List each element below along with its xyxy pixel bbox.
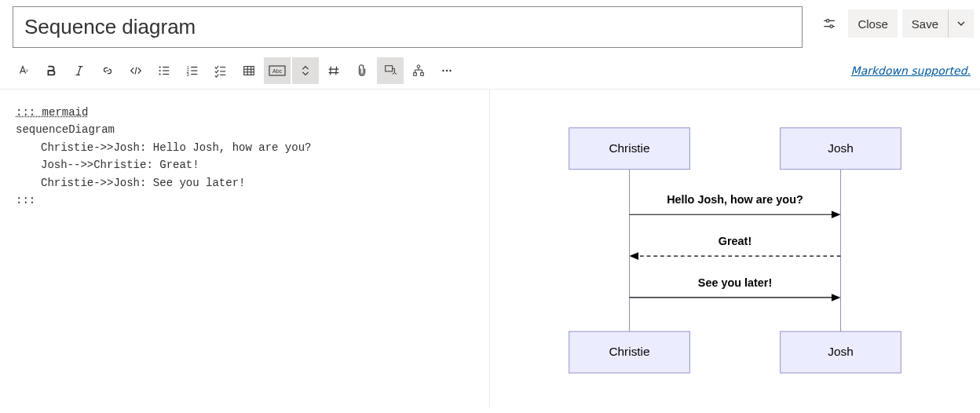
sequence-diagram: Christie Josh Hello Josh, how are you? G…: [506, 105, 964, 392]
table-button[interactable]: [236, 57, 262, 84]
table-icon: [242, 64, 256, 78]
editor-line: sequenceDiagram: [16, 123, 115, 136]
close-button[interactable]: Close: [848, 9, 897, 38]
format-toolbar: 1 2 3 Abc: [9, 57, 460, 84]
bold-icon: [44, 64, 58, 78]
svg-line-6: [78, 67, 81, 75]
hierarchy-button[interactable]: [405, 57, 432, 84]
arrowhead-icon: [832, 294, 841, 302]
bold-button[interactable]: [38, 57, 64, 84]
code-icon: [129, 64, 143, 78]
paperclip-icon: [355, 64, 369, 78]
mermaid-button[interactable]: [377, 57, 404, 84]
svg-point-10: [159, 70, 161, 71]
svg-text:3: 3: [187, 72, 189, 77]
save-dropdown-button[interactable]: [949, 9, 974, 38]
svg-line-7: [135, 68, 137, 75]
tree-icon: [411, 64, 426, 78]
checklist-icon: [214, 64, 228, 78]
font-color-icon: [16, 64, 30, 78]
chevrons-vertical-icon: [298, 64, 313, 78]
code-button[interactable]: [122, 57, 149, 84]
more-icon: [440, 64, 454, 78]
italic-icon: [72, 64, 86, 78]
message-label: Hello Josh, how are you?: [667, 193, 803, 206]
hash-button[interactable]: [320, 57, 347, 84]
svg-point-36: [449, 70, 451, 71]
editor-line: Christie->>Josh: See you later!: [16, 174, 474, 192]
code-fence-close: :::: [16, 194, 35, 206]
markdown-editor[interactable]: ::: mermaid sequenceDiagram Christie->>J…: [0, 90, 490, 408]
svg-point-34: [442, 70, 444, 71]
actor-label: Christie: [609, 141, 649, 155]
collapse-button[interactable]: [292, 57, 319, 84]
link-button[interactable]: [94, 57, 121, 84]
title-input[interactable]: [13, 6, 803, 48]
hash-icon: [327, 64, 341, 78]
svg-point-12: [159, 73, 161, 75]
work-item-settings-button[interactable]: [815, 9, 843, 38]
arrowhead-icon: [630, 252, 639, 260]
numbered-list-icon: 1 2 3: [185, 64, 199, 78]
attach-button[interactable]: [349, 57, 375, 84]
arrowhead-icon: [832, 210, 841, 218]
actor-label: Christie: [609, 345, 649, 358]
svg-rect-32: [414, 73, 417, 76]
svg-text:Abc: Abc: [272, 68, 283, 74]
editor-line: Josh-->>Christie: Great!: [16, 156, 474, 174]
chevron-down-icon: [956, 19, 966, 28]
mention-button[interactable]: Abc: [264, 57, 291, 84]
svg-point-1: [827, 20, 830, 23]
svg-rect-30: [386, 66, 393, 71]
save-button[interactable]: Save: [902, 9, 949, 38]
diagram-preview: Christie Josh Hello Josh, how are you? G…: [490, 90, 980, 408]
numbered-list-button[interactable]: 1 2 3: [179, 57, 206, 84]
svg-point-35: [446, 70, 448, 71]
svg-point-31: [417, 65, 420, 68]
markdown-help-link[interactable]: Markdown supported.: [851, 64, 971, 77]
font-color-button[interactable]: [9, 57, 36, 84]
abc-badge-icon: Abc: [269, 65, 286, 76]
code-fence-open: ::: mermaid: [16, 106, 88, 119]
sliders-icon: [822, 16, 836, 31]
svg-point-8: [159, 66, 161, 68]
italic-button[interactable]: [66, 57, 93, 84]
message-label: See you later!: [698, 276, 772, 289]
actor-label: Josh: [828, 141, 853, 155]
svg-point-3: [830, 25, 833, 28]
actor-label: Josh: [828, 345, 853, 358]
svg-rect-33: [421, 73, 424, 76]
diagram-flow-icon: [383, 64, 397, 78]
bullet-list-button[interactable]: [151, 57, 177, 84]
bullet-list-icon: [157, 64, 171, 78]
message-label: Great!: [719, 235, 751, 247]
svg-rect-23: [244, 67, 254, 75]
checklist-button[interactable]: [207, 57, 234, 84]
more-button[interactable]: [433, 57, 460, 84]
link-icon: [101, 64, 115, 78]
editor-line: Christie->>Josh: Hello Josh, how are you…: [16, 139, 474, 156]
